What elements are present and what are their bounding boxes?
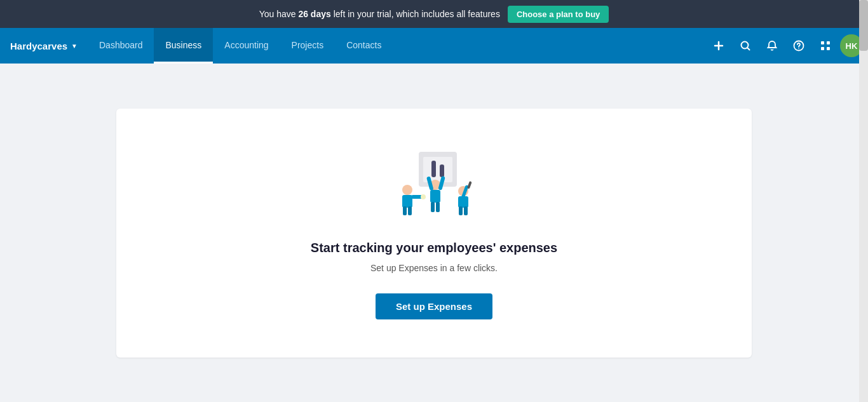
svg-rect-28 (459, 206, 463, 215)
scrollbar-track[interactable] (859, 0, 868, 402)
search-icon (740, 40, 751, 51)
svg-rect-6 (827, 47, 830, 50)
svg-rect-14 (403, 206, 407, 215)
trial-days: 26 days (298, 9, 330, 19)
choose-plan-button[interactable]: Choose a plan to buy (508, 6, 609, 23)
svg-rect-21 (430, 190, 440, 203)
svg-point-12 (402, 185, 412, 195)
svg-point-2 (798, 48, 799, 49)
svg-rect-22 (431, 202, 435, 212)
setup-expenses-button[interactable]: Set up Expenses (376, 293, 492, 319)
illustration-svg (383, 147, 485, 223)
notifications-icon-button[interactable] (760, 34, 784, 58)
expenses-illustration (383, 147, 485, 223)
nav-links: Dashboard Business Accounting Projects C… (88, 28, 707, 64)
svg-rect-13 (402, 195, 412, 208)
nav-projects[interactable]: Projects (280, 28, 336, 64)
brand-logo[interactable]: Hardycarves ▼ (0, 28, 88, 64)
grid-icon (820, 40, 831, 51)
bell-icon (766, 40, 778, 51)
scrollbar-thumb[interactable] (859, 0, 868, 51)
svg-rect-29 (464, 206, 468, 215)
main-content: Start tracking your employees' expenses … (0, 64, 868, 402)
navbar: Hardycarves ▼ Dashboard Business Account… (0, 28, 868, 64)
svg-rect-9 (431, 161, 436, 177)
trial-text: You have 26 days left in your trial, whi… (259, 9, 500, 19)
apps-icon-button[interactable] (813, 34, 837, 58)
search-icon-button[interactable] (733, 34, 757, 58)
trial-banner: You have 26 days left in your trial, whi… (0, 0, 868, 28)
svg-point-17 (421, 194, 426, 199)
svg-rect-5 (821, 47, 824, 50)
card-subtitle: Set up Expenses in a few clicks. (370, 263, 498, 273)
help-icon (793, 40, 804, 51)
svg-rect-3 (821, 41, 824, 44)
nav-contacts[interactable]: Contacts (335, 28, 393, 64)
card-title: Start tracking your employees' expenses (311, 241, 557, 255)
nav-business[interactable]: Business (154, 28, 213, 64)
svg-rect-4 (827, 41, 830, 44)
svg-rect-10 (440, 164, 444, 177)
help-icon-button[interactable] (787, 34, 811, 58)
nav-dashboard[interactable]: Dashboard (88, 28, 154, 64)
svg-rect-27 (467, 181, 472, 189)
nav-right-icons: HK (707, 34, 868, 58)
add-icon-button[interactable] (707, 34, 731, 58)
svg-rect-23 (436, 202, 440, 212)
svg-rect-15 (408, 206, 412, 215)
brand-chevron-icon: ▼ (71, 43, 78, 50)
nav-accounting[interactable]: Accounting (213, 28, 280, 64)
brand-name: Hardycarves (10, 41, 67, 51)
expenses-card: Start tracking your employees' expenses … (116, 109, 752, 358)
plus-icon (712, 39, 725, 52)
